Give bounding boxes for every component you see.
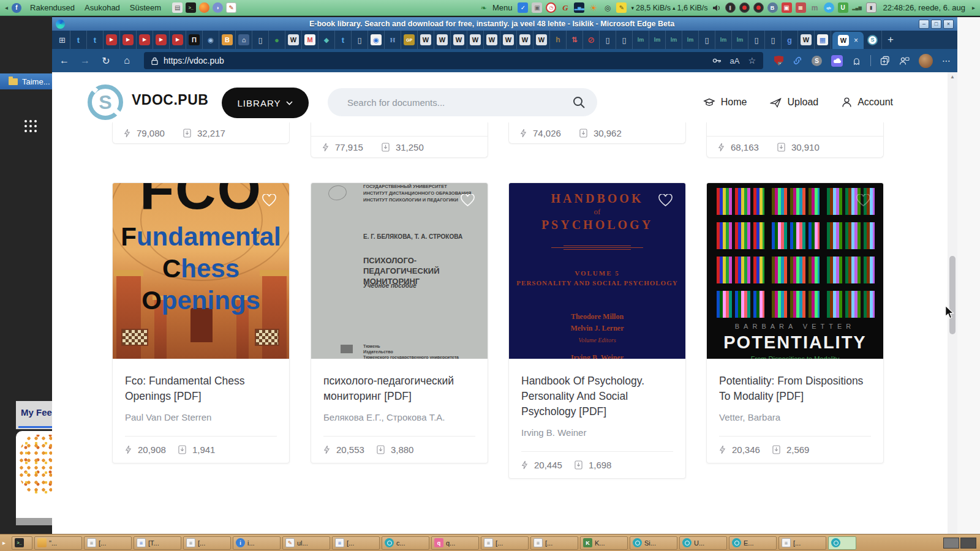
menu-leaf-icon[interactable]: ❧	[481, 4, 487, 12]
browser-tab[interactable]	[418, 31, 434, 49]
favorite-star-icon[interactable]: ☆	[748, 56, 756, 66]
status-icon[interactable]	[838, 2, 848, 13]
taskbar-item[interactable]: [...	[183, 536, 231, 550]
browser-tab[interactable]	[467, 31, 484, 49]
panel-menu[interactable]: Süsteem	[125, 3, 166, 12]
book-card[interactable]: FCO Fundamental Chess Openings Fco: Fund…	[112, 182, 290, 463]
translate-icon[interactable]: aA	[730, 56, 740, 66]
nav-upload[interactable]: Upload	[770, 97, 818, 108]
status-icon[interactable]	[753, 2, 764, 13]
settings-menu-icon[interactable]: ⋯	[942, 56, 951, 66]
browser-tab[interactable]	[335, 31, 352, 49]
browser-tab[interactable]	[385, 31, 401, 49]
document-card-partial[interactable]: 77,915 31,250	[311, 122, 488, 158]
browser-tab[interactable]	[765, 31, 782, 49]
address-bar[interactable]: https://vdoc.pub aA ☆	[144, 52, 763, 69]
forward-button[interactable]: →	[79, 55, 91, 66]
browser-tab[interactable]	[401, 31, 418, 49]
share-people-icon[interactable]	[899, 56, 910, 66]
browser-tab[interactable]	[649, 31, 666, 49]
panel-clock[interactable]: 22:48:26, reede, 6. aug	[881, 3, 968, 12]
profile-avatar[interactable]	[919, 54, 933, 68]
collections-icon[interactable]	[880, 56, 890, 66]
browser-tab[interactable]	[302, 31, 318, 49]
search-input[interactable]	[346, 97, 571, 108]
cloud-extension-icon[interactable]	[831, 55, 843, 67]
browser-tab[interactable]	[368, 31, 385, 49]
new-tab-button[interactable]: +	[882, 31, 899, 49]
browser-tab[interactable]	[732, 31, 748, 49]
browser-tab[interactable]	[748, 31, 765, 49]
status-icon[interactable]	[810, 2, 820, 13]
workspace-2[interactable]	[960, 538, 976, 549]
distro-menu-icon[interactable]: f	[12, 3, 21, 13]
network-monitor[interactable]: ▾28,5 KiB/s ▴1,6 KiB/s	[631, 4, 707, 12]
logo-text[interactable]: VDOC.PUB	[132, 92, 208, 108]
active-tab[interactable]: ×	[832, 32, 864, 49]
lock-icon[interactable]	[151, 57, 158, 65]
favorite-heart-icon[interactable]	[460, 194, 475, 208]
nav-home[interactable]: Home	[703, 97, 747, 108]
book-cover[interactable]: BARBARA VETTER POTENTIALITY · From Dispo…	[707, 183, 883, 359]
taskbar-item[interactable]: ul...	[282, 536, 330, 550]
tray-icon[interactable]	[532, 2, 542, 13]
tab-actions-icon[interactable]: ⊞	[55, 31, 70, 49]
taskbar-item[interactable]: [T...	[134, 536, 181, 550]
nav-account[interactable]: Account	[842, 97, 893, 108]
browser-tab[interactable]	[550, 31, 567, 49]
book-cover[interactable]: ГОСУДАРСТВЕННЫЙ УНИВЕРСИТЕТ ИНСТИТУТ ДИС…	[311, 183, 488, 359]
tray-icon[interactable]	[574, 2, 584, 13]
book-title[interactable]: психолого-педагогический мониторинг [PDF…	[323, 373, 475, 404]
panel-collapse-icon[interactable]: ◂	[5, 4, 8, 11]
browser-tab[interactable]	[484, 31, 500, 49]
launcher-icon[interactable]	[172, 2, 183, 13]
document-card-partial[interactable]: 68,163 30,910	[706, 122, 884, 158]
taskbar-item[interactable]: Si...	[630, 536, 677, 550]
tray-icon[interactable]	[546, 2, 556, 13]
browser-tab[interactable]	[500, 31, 517, 49]
library-button[interactable]: LIBRARY	[222, 88, 309, 118]
search-icon[interactable]	[571, 95, 586, 110]
browser-tab[interactable]	[699, 31, 715, 49]
browser-tab[interactable]	[533, 31, 550, 49]
browser-tab[interactable]	[633, 31, 649, 49]
book-card[interactable]: HANDBOOK of PSYCHOLOGY VOLUME 5 PERSONAL…	[508, 182, 686, 479]
status-icon[interactable]	[767, 2, 778, 13]
browser-tab[interactable]	[567, 31, 583, 49]
book-author[interactable]: Irving B. Weiner	[521, 427, 673, 438]
book-title[interactable]: Handbook Of Psychology. Personality And …	[521, 373, 673, 419]
book-card[interactable]: ГОСУДАРСТВЕННЫЙ УНИВЕРСИТЕТ ИНСТИТУТ ДИС…	[311, 182, 488, 463]
feed-card[interactable]	[16, 431, 52, 525]
browser-tab[interactable]	[600, 31, 616, 49]
launcher-icon[interactable]	[226, 2, 236, 13]
browser-tab[interactable]	[815, 31, 831, 49]
scrollbar-thumb[interactable]	[949, 256, 956, 334]
book-title[interactable]: Potentiality: From Dispositions To Modal…	[719, 373, 871, 404]
tray-icon[interactable]	[518, 2, 528, 13]
page-scrollbar[interactable]: ▲	[948, 72, 957, 534]
browser-tab[interactable]	[352, 31, 368, 49]
tray-icon[interactable]	[588, 2, 598, 13]
taskbar-item[interactable]: "...	[34, 536, 82, 550]
maximize-button[interactable]: □	[931, 20, 941, 29]
taskbar-item[interactable]: U...	[679, 536, 727, 550]
browser-tab[interactable]	[170, 31, 186, 49]
minimize-button[interactable]: –	[919, 20, 929, 29]
status-icon[interactable]	[782, 2, 792, 13]
book-title[interactable]: Fco: Fundamental Chess Openings [PDF]	[125, 373, 277, 404]
taskbar-item[interactable]: [...	[84, 536, 132, 550]
browser-tab[interactable]	[153, 31, 170, 49]
book-author[interactable]: Vetter, Barbara	[719, 412, 871, 422]
taskbar-item[interactable]: i...	[233, 536, 281, 550]
favorite-heart-icon[interactable]	[262, 194, 277, 208]
browser-tab[interactable]	[252, 31, 269, 49]
workspace-1[interactable]	[943, 538, 959, 549]
link-extension-icon[interactable]	[793, 56, 802, 66]
favorite-heart-icon[interactable]	[856, 194, 871, 208]
taskbar-item[interactable]: E...	[729, 536, 777, 550]
taskbar-item[interactable]: [...	[530, 536, 578, 550]
tray-icon[interactable]	[602, 2, 612, 13]
browser-tab[interactable]	[798, 31, 815, 49]
browser-tab[interactable]	[451, 31, 467, 49]
tray-icon[interactable]	[616, 2, 627, 13]
